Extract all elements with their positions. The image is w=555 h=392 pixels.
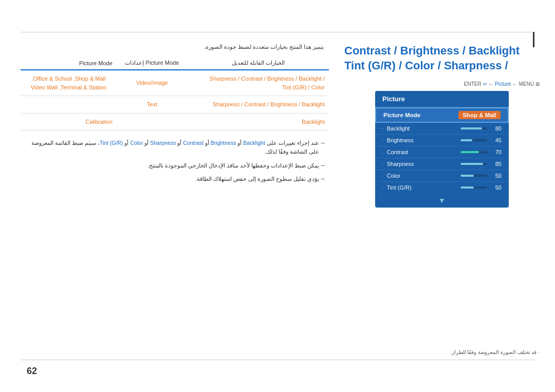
footer-note-bullet: · xyxy=(536,349,540,355)
menu-item-value: 80 xyxy=(490,125,502,132)
menu-item-label: Backlight xyxy=(387,125,460,132)
note-item-2: ─ يمكن ضبط الإعدادات وحفظها لأحد مناقذ ا… xyxy=(25,161,325,170)
table-cell-mode-1: ,Office & School ,Shop & Mall Video Wall… xyxy=(21,70,117,96)
note-text-2: يمكن ضبط الإعدادات وحفظها لأحد مناقذ الإ… xyxy=(147,161,319,170)
menu-item-label: Color xyxy=(387,173,460,179)
menu-item-value: 45 xyxy=(490,137,502,143)
menu-item-value: 70 xyxy=(490,149,502,155)
menu-item: · Sharpness 85 xyxy=(375,158,509,170)
settings-table: Picture Mode إعدادات Picture Mode الخيار… xyxy=(21,57,329,130)
menu-item-bar-container: 50 xyxy=(460,173,502,179)
menu-item-value: 50 xyxy=(490,184,502,191)
menu-item-label: Brightness xyxy=(387,137,460,143)
picture-menu-title: Picture xyxy=(375,91,509,107)
arabic-intro-text: يتميز هذا المنتج بخيارات متعددة لضبط جود… xyxy=(21,44,329,50)
footer-note: · قد تختلف الصورة المعروضة وفقًا للطراز. xyxy=(344,349,540,355)
notes-section: ─ عند إجراء تغييرات على Backlight أو Bri… xyxy=(21,139,329,183)
table-cell-settings-3 xyxy=(117,113,188,130)
menu-item: · Backlight 80 xyxy=(375,123,509,135)
table-row: Calibration Backlight xyxy=(21,113,329,130)
top-border-line xyxy=(21,32,534,32)
menu-item-bar-container: 85 xyxy=(460,161,502,167)
picture-mode-row: Picture Mode Shop & Mall xyxy=(375,107,509,123)
menu-item-dot: · xyxy=(382,138,384,143)
table-row: Text Sharpness / Contrast / Brightness /… xyxy=(21,96,329,114)
menu-item-bar-fill xyxy=(460,163,483,165)
menu-items-list: · Backlight 80 · Brightness 45 · Contras… xyxy=(375,123,509,193)
menu-item-bar xyxy=(460,175,487,177)
menu-item: · Brightness 45 xyxy=(375,135,509,146)
picture-mode-label: Picture Mode xyxy=(383,112,420,118)
table-cell-mode-2 xyxy=(21,96,117,114)
table-cell-settings-2: Text xyxy=(117,96,188,114)
menu-item-bar-container: 80 xyxy=(460,125,502,132)
nav-hint: ENTER ↵ ← Picture ← MENU ⊞ xyxy=(344,81,540,87)
menu-item-dot: · xyxy=(382,185,384,191)
menu-item-label: Contrast xyxy=(387,149,460,155)
menu-item-dot: · xyxy=(382,126,384,132)
picture-mode-value: Shop & Mall xyxy=(458,111,501,119)
picture-menu: Picture Picture Mode Shop & Mall · Backl… xyxy=(375,91,509,208)
scroll-down-icon: ▼ xyxy=(438,196,446,204)
menu-item-dot: · xyxy=(382,150,384,155)
table-row: ,Office & School ,Shop & Mall Video Wall… xyxy=(21,70,329,96)
menu-item-bar-fill xyxy=(460,175,474,177)
menu-arrow-row: ▼ xyxy=(375,193,509,208)
table-header-col1: الخيارات القابلة للتعديل xyxy=(188,57,329,70)
bottom-border-line xyxy=(21,360,534,360)
left-content-area: يتميز هذا المنتج بخيارات متعددة لضبط جود… xyxy=(21,36,329,354)
right-content-area: Contrast / Brightness / Backlight Tint (… xyxy=(344,36,540,208)
menu-item-bar-container: 70 xyxy=(460,149,502,155)
menu-item: · Color 50 xyxy=(375,170,509,182)
table-cell-mode-3: Calibration xyxy=(21,113,117,130)
menu-item-bar xyxy=(460,163,487,165)
note-dash-1: ─ xyxy=(321,139,325,147)
menu-item-bar xyxy=(460,127,487,129)
table-cell-options-2: Sharpness / Contrast / Brightness / Back… xyxy=(188,96,329,114)
page-number: 62 xyxy=(27,366,37,377)
menu-item-value: 50 xyxy=(490,173,502,179)
table-header-col3: Picture Mode xyxy=(21,57,117,70)
title-line2: Tint (G/R) / Color / Sharpness / xyxy=(344,59,508,72)
note-dash-2: ─ xyxy=(321,161,325,170)
enter-icon: ↵ xyxy=(483,81,487,87)
menu-item-bar-container: 50 xyxy=(460,184,502,191)
menu-item-bar-container: 45 xyxy=(460,137,502,143)
menu-item-bar-fill xyxy=(460,127,482,129)
note-text-1: عند إجراء تغييرات على Backlight أو Brigh… xyxy=(25,139,319,156)
menu-item-label: Sharpness xyxy=(387,161,460,167)
table-cell-options-1: / Sharpness / Contrast / Brightness / Ba… xyxy=(188,70,329,96)
menu-item-bar xyxy=(460,151,487,153)
menu-item-bar-fill xyxy=(460,151,479,153)
note-item-1: ─ عند إجراء تغييرات على Backlight أو Bri… xyxy=(25,139,325,156)
table-cell-settings-1: Video/Image xyxy=(117,70,188,96)
table-cell-options-3: Backlight xyxy=(188,113,329,130)
menu-item-dot: · xyxy=(382,173,384,179)
note-dash-3: ─ xyxy=(321,175,325,183)
title-line1: Contrast / Brightness / Backlight xyxy=(344,44,520,57)
menu-item: · Tint (G/R) 50 xyxy=(375,182,509,193)
menu-item-bar-fill xyxy=(460,186,474,189)
menu-item-dot: · xyxy=(382,161,384,167)
main-title: Contrast / Brightness / Backlight Tint (… xyxy=(344,44,540,73)
menu-item-bar xyxy=(460,186,487,189)
table-header-col2: إعدادات Picture Mode xyxy=(117,57,188,70)
footer-note-text: قد تختلف الصورة المعروضة وفقًا للطراز. xyxy=(450,349,537,355)
menu-item-bar xyxy=(460,139,487,141)
menu-item-label: Tint (G/R) xyxy=(387,184,460,191)
note-item-3: ─ يؤدي تقليل سطوح الصورة إلى خفض استهلاك… xyxy=(25,175,325,183)
menu-item-value: 85 xyxy=(490,161,502,167)
note-text-3: يؤدي تقليل سطوح الصورة إلى خفض استهلاك ا… xyxy=(195,175,319,183)
menu-item-bar-fill xyxy=(460,139,472,141)
menu-item: · Contrast 70 xyxy=(375,146,509,158)
